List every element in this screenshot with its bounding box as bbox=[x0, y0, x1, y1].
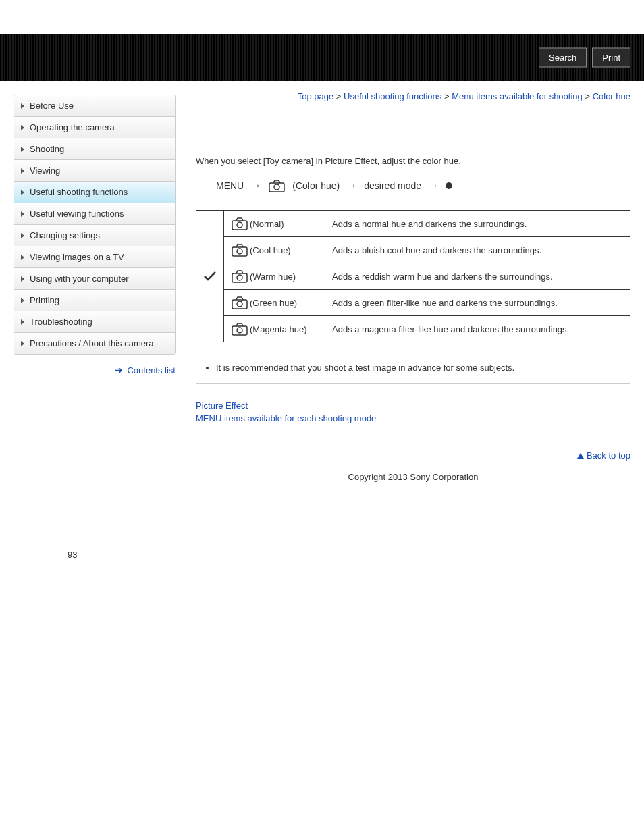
header-band: Search Print bbox=[0, 34, 644, 81]
option-desc: Adds a reddish warm hue and darkens the … bbox=[325, 263, 630, 290]
arrow-right-icon: ➔ bbox=[115, 365, 123, 375]
toy-camera-icon bbox=[231, 295, 248, 310]
svg-point-4 bbox=[237, 222, 242, 228]
toy-camera-icon bbox=[231, 269, 248, 284]
note-item: It is recommended that you shoot a test … bbox=[216, 363, 630, 373]
toy-camera-icon bbox=[231, 321, 248, 336]
nav-changing-settings[interactable]: Changing settings bbox=[14, 225, 175, 246]
nav-useful-shooting[interactable]: Useful shooting functions bbox=[14, 182, 175, 203]
caret-icon bbox=[21, 125, 24, 130]
caret-icon bbox=[21, 147, 24, 152]
nav-viewing[interactable]: Viewing bbox=[14, 160, 175, 182]
option-label: (Warm hue) bbox=[224, 263, 325, 290]
option-label: (Normal) bbox=[224, 211, 325, 237]
link-menu-items[interactable]: MENU items available for each shooting m… bbox=[196, 413, 630, 423]
check-icon bbox=[196, 211, 224, 342]
nav-troubleshooting[interactable]: Troubleshooting bbox=[14, 311, 175, 333]
option-desc: Adds a magenta filter-like hue and darke… bbox=[325, 316, 630, 342]
toy-camera-icon bbox=[231, 242, 248, 257]
nav-useful-viewing[interactable]: Useful viewing functions bbox=[14, 203, 175, 225]
divider bbox=[196, 142, 630, 142]
contents-list-link[interactable]: ➔ Contents list bbox=[14, 365, 176, 375]
copyright: Copyright 2013 Sony Corporation bbox=[196, 465, 630, 509]
caret-icon bbox=[21, 276, 24, 282]
caret-icon bbox=[21, 211, 24, 217]
caret-icon bbox=[21, 341, 24, 346]
crumb-top[interactable]: Top page bbox=[298, 91, 334, 101]
options-table: (Normal)Adds a normal hue and darkens th… bbox=[196, 210, 630, 342]
toy-camera-icon: Toy bbox=[268, 178, 286, 193]
back-to-top-link[interactable]: Back to top bbox=[577, 450, 630, 461]
option-label: (Green hue) bbox=[224, 290, 325, 316]
nav-before-use[interactable]: Before Use bbox=[14, 95, 175, 117]
svg-point-6 bbox=[237, 249, 242, 254]
link-picture-effect[interactable]: Picture Effect bbox=[196, 400, 630, 411]
dot-icon bbox=[446, 182, 452, 189]
search-button[interactable]: Search bbox=[539, 48, 587, 68]
arrow-icon: → bbox=[250, 180, 261, 192]
toy-camera-icon bbox=[231, 216, 248, 231]
option-desc: Adds a green filter-like hue and darkens… bbox=[325, 290, 630, 316]
crumb-current: Color hue bbox=[593, 91, 630, 101]
nav-viewing-tv[interactable]: Viewing images on a TV bbox=[14, 246, 175, 268]
print-button[interactable]: Print bbox=[592, 48, 630, 68]
nav-operating-camera[interactable]: Operating the camera bbox=[14, 117, 175, 138]
caret-icon bbox=[21, 319, 24, 325]
caret-icon bbox=[21, 233, 24, 238]
nav-shooting[interactable]: Shooting bbox=[14, 138, 175, 160]
table-row: (Cool hue)Adds a bluish cool hue and dar… bbox=[196, 237, 630, 263]
divider bbox=[196, 383, 630, 384]
table-row: (Magenta hue)Adds a magenta filter-like … bbox=[196, 316, 630, 342]
crumb-s1[interactable]: Useful shooting functions bbox=[344, 91, 441, 101]
svg-text:Toy: Toy bbox=[274, 179, 279, 183]
table-row: (Warm hue)Adds a reddish warm hue and da… bbox=[196, 263, 630, 290]
caret-icon bbox=[21, 190, 24, 195]
breadcrumb: Top page > Useful shooting functions > M… bbox=[196, 91, 630, 101]
notes-section: It is recommended that you shoot a test … bbox=[196, 363, 630, 373]
sidebar-nav: Before Use Operating the camera Shooting… bbox=[14, 95, 176, 355]
nav-computer[interactable]: Using with your computer bbox=[14, 268, 175, 290]
menu-path: MENU → Toy (Color hue) → desired mode → bbox=[216, 178, 630, 193]
nav-printing[interactable]: Printing bbox=[14, 290, 175, 311]
arrow-icon: → bbox=[428, 180, 439, 192]
table-row: (Green hue)Adds a green filter-like hue … bbox=[196, 290, 630, 316]
triangle-up-icon bbox=[577, 453, 584, 459]
option-label: (Cool hue) bbox=[224, 237, 325, 263]
caret-icon bbox=[21, 168, 24, 174]
option-desc: Adds a bluish cool hue and darkens the s… bbox=[325, 237, 630, 263]
page-number: 93 bbox=[0, 523, 644, 573]
table-row: (Normal)Adds a normal hue and darkens th… bbox=[196, 211, 630, 237]
caret-icon bbox=[21, 103, 24, 109]
svg-point-10 bbox=[237, 301, 242, 307]
crumb-s2[interactable]: Menu items available for shooting bbox=[452, 91, 583, 101]
caret-icon bbox=[21, 298, 24, 303]
svg-point-1 bbox=[274, 184, 279, 190]
option-label: (Magenta hue) bbox=[224, 316, 325, 342]
arrow-icon: → bbox=[346, 180, 357, 192]
option-desc: Adds a normal hue and darkens the surrou… bbox=[325, 211, 630, 237]
svg-point-8 bbox=[237, 275, 242, 280]
related-topics: Picture Effect MENU items available for … bbox=[196, 400, 630, 423]
caret-icon bbox=[21, 255, 24, 260]
svg-point-12 bbox=[237, 328, 242, 333]
intro-text: When you select [Toy camera] in Picture … bbox=[196, 156, 630, 166]
nav-precautions[interactable]: Precautions / About this camera bbox=[14, 333, 175, 354]
